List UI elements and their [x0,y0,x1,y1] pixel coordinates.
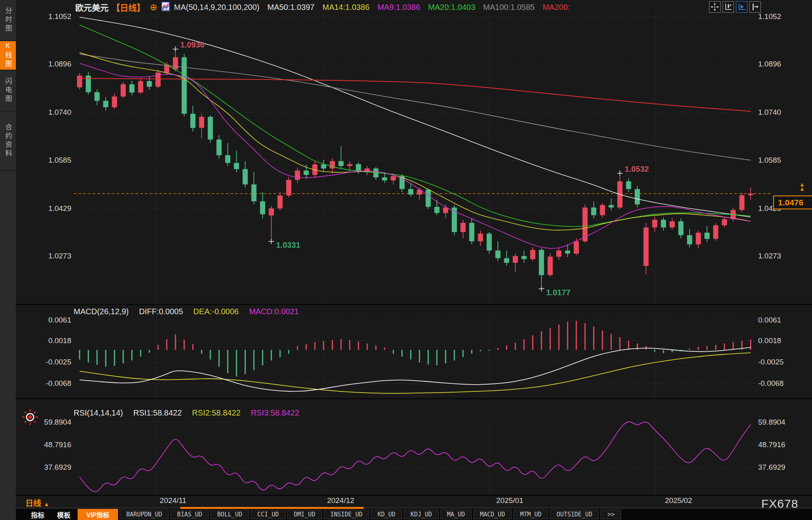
indicator-tab-11[interactable]: KDJ_UD [404,510,438,519]
last-price-label: 1.0476 [773,195,812,209]
macd-bar [637,344,638,350]
price-arrow-icon: ▲▲ [799,182,805,191]
chart-scrollbar[interactable] [16,507,812,509]
candle [199,114,204,138]
candle [95,89,100,105]
macd-bar [576,321,577,350]
indicator-tab-9[interactable]: INSIDE_UD [324,510,369,519]
macd-bar [550,328,551,350]
candle [530,247,536,261]
sidebar-item-3[interactable]: 闪电图 [0,70,16,112]
candle [191,106,196,131]
candle [513,254,518,272]
swing-marker [539,286,544,292]
compare-icon[interactable]: ⊕ [150,3,157,12]
indicator-tab-2[interactable]: 模板 [57,510,71,520]
swing-marker [617,171,623,176]
macd-bar [402,350,403,357]
macd-bar [219,350,220,367]
chart-application: 分时图K线图闪电图合约资料 欧元美元 【日线】 ⊕ MA(50,14,9,20,… [0,0,812,520]
indicator-tab-7[interactable]: CCI_UD [251,510,286,519]
indicator-tab-1[interactable]: 指标 [31,510,44,520]
candle [496,241,501,261]
play-axis-icon[interactable] [736,1,747,13]
macd-bar [376,345,377,350]
ma-line-ma100 [80,54,751,160]
macd-bar [123,350,124,363]
macd-bar [280,350,281,357]
macd-bar [410,350,412,360]
candle [103,97,109,110]
swing-marker [269,239,274,244]
candle [713,223,719,241]
macd-bar [602,330,603,350]
candle [147,76,152,90]
indicator-tab-12[interactable]: MA_UD [440,510,472,519]
rsi2-value: RSI2:58.8422 [192,408,240,418]
candle [469,218,475,244]
scrollbar-thumb[interactable] [180,507,364,509]
macd-bar [332,340,333,350]
candle [670,218,675,230]
candle [374,167,379,180]
macd-bar [558,325,560,350]
macd-dea-line [80,353,751,393]
candle [591,201,597,218]
indicator-tab-14[interactable]: MTM_UD [513,510,548,519]
candle [426,188,431,209]
alert-dot-icon [21,408,39,427]
macd-bar [471,350,473,354]
chart-type-icon[interactable] [161,2,170,13]
candle [687,229,692,248]
swing-price-label: 1.0532 [625,165,649,174]
macd-bar [419,350,420,362]
macd-bar [271,350,272,361]
candle [635,186,640,207]
candle [182,54,187,116]
candle-axis-icon[interactable] [722,1,734,13]
candle [487,232,492,253]
indicator-tab-5[interactable]: BIAS_UD [170,510,209,519]
candle [252,172,257,205]
macd-bar [585,323,586,350]
macd-bar [358,342,359,350]
watermark: FX678 [761,497,798,511]
macd-bar [323,341,324,350]
macd-bar [436,350,438,365]
macd-bar [306,344,307,350]
sidebar: 分时图K线图闪电图合约资料 [0,0,16,520]
period-tag: 【日线】 [112,1,145,13]
macd-bar [541,331,542,350]
macd-bar [489,350,490,351]
indicator-tab-15[interactable]: OUTSIDE_UD [550,510,599,519]
chart-area[interactable] [0,0,812,520]
macd-diff-line [80,347,751,391]
indicator-tab-8[interactable]: DMI_UD [287,510,322,519]
pane-shift-icon[interactable] [749,1,761,13]
macd-bar [227,350,229,373]
indicator-tab-3[interactable]: VIP指标 [78,509,118,520]
indicator-tab-4[interactable]: BARUPDN_UD [120,510,169,519]
macd-bar [393,350,394,354]
indicator-tab-6[interactable]: BOLL_UD [210,510,249,519]
macd-bar [79,350,80,360]
indicator-tab-13[interactable]: MACD_UD [473,510,512,519]
candle [443,205,448,218]
candle [112,93,117,109]
candle [478,231,483,246]
indicator-tab-16[interactable]: >> [600,510,621,519]
candle [748,188,753,200]
candle [548,254,553,277]
sidebar-item-2[interactable]: K线图 [0,41,16,70]
indicator-tab-10[interactable]: KD_UD [371,510,402,519]
indicator-tabbar: 指标模板VIP指标BARUPDN_UDBIAS_UDBOLL_UDCCI_UDD… [16,509,812,520]
crosshair-icon[interactable] [709,1,721,13]
sidebar-item-1[interactable]: 分时图 [0,0,16,41]
candle [435,200,440,215]
macd-bar [288,350,290,354]
ma-value: MA100:1.0585 [483,3,535,12]
macd-bar [515,343,516,350]
macd-bar [254,350,255,370]
sidebar-item-4[interactable]: 合约资料 [0,112,16,171]
chart-header: 欧元美元 【日线】 ⊕ MA(50,14,9,20,100,200) MA50:… [75,2,570,13]
